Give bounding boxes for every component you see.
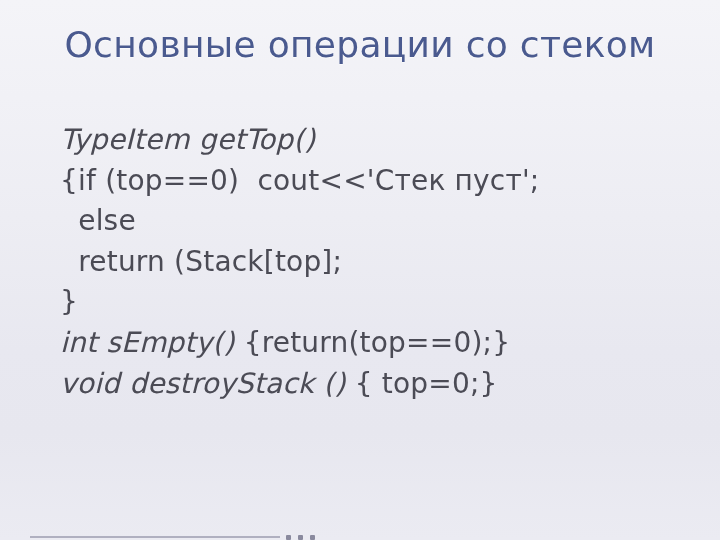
footer-dot: [286, 535, 291, 540]
footer-dot: [310, 535, 315, 540]
code-line: int sEmpty() {return(top==0);}: [60, 323, 680, 364]
slide-title: Основные операции со стеком: [0, 24, 720, 65]
slide: Основные операции со стеком TypeItem get…: [0, 0, 720, 540]
footer-line: [30, 536, 280, 538]
code-line: else: [60, 201, 680, 242]
footer-decoration: [0, 536, 720, 540]
code-line: return (Stack[top];: [60, 242, 680, 283]
code-line: }: [60, 282, 680, 323]
code-line: void destroyStack () { top=0;}: [60, 364, 680, 405]
footer-dot: [298, 535, 303, 540]
code-line: {if (top==0) cout<<'Стек пуст';: [60, 161, 680, 202]
slide-body: TypeItem getTop() {if (top==0) cout<<'Ст…: [60, 120, 680, 404]
code-line: TypeItem getTop(): [60, 120, 680, 161]
